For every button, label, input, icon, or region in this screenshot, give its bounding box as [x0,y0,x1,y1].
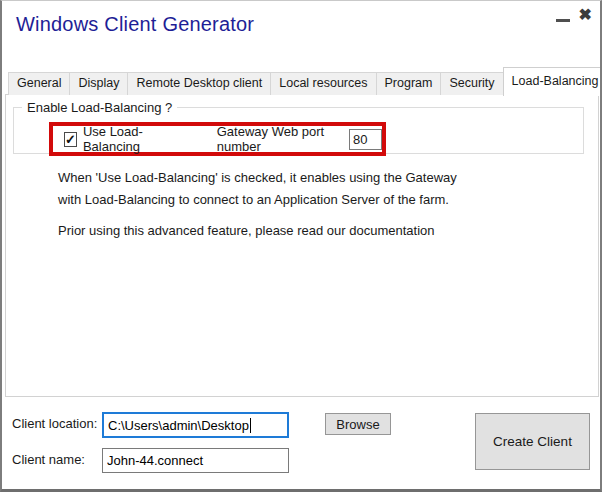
tab-strip: General Display Remote Desktop client Lo… [8,67,602,95]
description-line: with Load-Balancing to connect to an App… [58,189,457,211]
windows-client-generator-dialog: Windows Client Generator — ✖ General Dis… [0,0,602,492]
load-balancing-tab-panel: Enable Load-Balancing ? ✓ Use Load-Balan… [5,94,599,397]
page-title: Windows Client Generator [16,13,254,36]
tab-security[interactable]: Security [440,72,503,95]
text-caret [250,418,251,433]
client-name-label: Client name: [12,452,85,467]
gateway-port-label: Gateway Web port number [217,124,341,154]
tab-load-balancing[interactable]: Load-Balancing [503,67,602,96]
client-location-input[interactable]: C:\Users\admin\Desktop [102,412,289,438]
tab-remote-desktop-client[interactable]: Remote Desktop client [127,72,271,95]
tab-general[interactable]: General [8,72,70,95]
checkmark-icon: ✓ [65,133,76,146]
browse-button[interactable]: Browse [325,413,391,435]
tab-local-resources[interactable]: Local resources [270,72,376,95]
description-line: When 'Use Load-Balancing' is checked, it… [58,167,457,189]
description-text: When 'Use Load-Balancing' is checked, it… [58,167,457,242]
groupbox-title: Enable Load-Balancing ? [22,100,177,115]
client-name-input[interactable] [102,448,289,473]
use-load-balancing-checkbox[interactable]: ✓ [64,132,77,147]
tab-program[interactable]: Program [376,72,442,95]
red-highlight-annotation: ✓ Use Load-Balancing Gateway Web port nu… [49,122,386,156]
minimize-icon[interactable]: — [556,19,570,22]
client-location-label: Client location: [12,416,97,431]
close-icon[interactable]: ✖ [579,5,592,24]
gateway-port-input[interactable] [349,129,382,150]
description-line: Prior using this advanced feature, pleas… [58,220,457,242]
use-load-balancing-label: Use Load-Balancing [83,124,177,154]
create-client-button[interactable]: Create Client [475,413,590,470]
tab-display[interactable]: Display [69,72,128,95]
client-location-value: C:\Users\admin\Desktop [108,418,249,433]
